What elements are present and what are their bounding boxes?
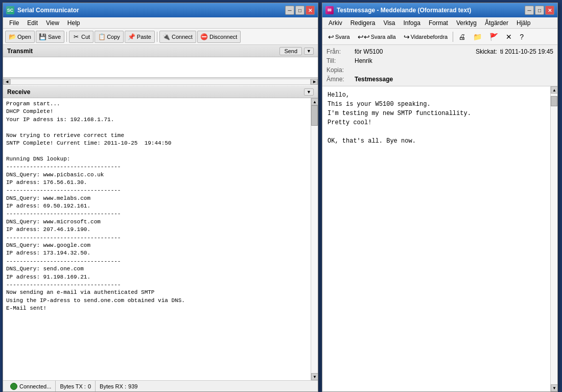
- till-label: Till:: [326, 57, 355, 64]
- email-maximize-btn[interactable]: □: [535, 6, 544, 15]
- cut-button[interactable]: ✂ Cut: [69, 31, 93, 43]
- email-close-btn[interactable]: ✕: [545, 6, 554, 15]
- email-menu-visa[interactable]: Visa: [379, 18, 399, 28]
- email-menu-format[interactable]: Format: [425, 18, 452, 28]
- serial-menu-file[interactable]: File: [5, 18, 23, 28]
- open-label: Open: [17, 34, 31, 40]
- status-connected-text: Connected...: [19, 383, 51, 389]
- receive-vscroll[interactable]: ▲ ▼: [311, 98, 318, 380]
- help-icon: ?: [520, 33, 524, 41]
- email-app-icon: ✉: [325, 6, 334, 14]
- send-button[interactable]: Send: [279, 47, 302, 55]
- delete-button[interactable]: ✕: [502, 30, 516, 43]
- serial-menu-help[interactable]: Help: [63, 18, 84, 28]
- save-label: Save: [48, 34, 61, 40]
- email-toolbar-sep: [453, 32, 453, 42]
- fran-value: för W5100: [355, 48, 383, 55]
- disconnect-icon: ⛔: [201, 33, 208, 40]
- email-minimize-btn[interactable]: ─: [525, 6, 534, 15]
- till-value: Henrik: [355, 57, 372, 64]
- receive-label: Receive: [7, 88, 30, 96]
- move-icon: 📁: [473, 33, 482, 41]
- disconnect-label: Disconnect: [209, 34, 237, 40]
- svara-icon: ↩: [328, 33, 334, 41]
- send-dropdown[interactable]: ▼: [304, 48, 314, 55]
- email-menu-bar: Arkiv Redigera Visa Infoga Format Verkty…: [322, 17, 557, 29]
- serial-menu-edit[interactable]: Edit: [23, 18, 42, 28]
- hscroll-right[interactable]: ▶: [311, 79, 318, 85]
- kopia-label: Kopia:: [326, 66, 355, 74]
- bytes-tx-value: 0: [88, 383, 91, 389]
- move-button[interactable]: 📁: [470, 30, 485, 43]
- email-title-bar: ✉ Testmessage - Meddelande (Oformaterad …: [322, 3, 557, 17]
- skickat-value: ti 2011-10-25 19:45: [500, 48, 553, 55]
- print-button[interactable]: 🖨: [455, 30, 469, 43]
- cut-icon: ✂: [73, 33, 80, 40]
- vidarebefordra-button[interactable]: ↪ Vidarebefordra: [400, 30, 452, 43]
- open-button[interactable]: 📂 Open: [5, 31, 35, 43]
- vscroll-up[interactable]: ▲: [311, 98, 318, 105]
- transmit-label: Transmit: [7, 48, 33, 55]
- bytes-rx-label: Bytes RX :: [100, 383, 126, 389]
- transmit-hscroll[interactable]: ◀ ▶: [3, 78, 318, 85]
- status-bytes-rx-segment: Bytes RX : 939: [96, 381, 142, 391]
- svara-alla-button[interactable]: ↩↩ Svara alla: [354, 30, 400, 43]
- email-menu-atgarder[interactable]: Åtgärder: [481, 18, 512, 28]
- help-button[interactable]: ?: [516, 30, 527, 43]
- email-amne-row: Ämne: Testmessage: [326, 75, 553, 84]
- vscroll-thumb: [311, 105, 318, 126]
- serial-title-bar: SC Serial Communicator ─ □ ✕: [3, 3, 318, 17]
- amne-label: Ämne:: [326, 76, 355, 83]
- serial-toolbar: 📂 Open 💾 Save ✂ Cut 📋 Copy 📌 Paste 🔌 Con…: [3, 29, 318, 45]
- hscroll-left[interactable]: ◀: [3, 79, 10, 85]
- disconnect-button[interactable]: ⛔ Disconnect: [197, 31, 241, 43]
- save-icon: 💾: [39, 33, 46, 40]
- email-vscroll-track[interactable]: [551, 94, 557, 384]
- email-menu-arkiv[interactable]: Arkiv: [324, 18, 346, 28]
- email-menu-hjalp[interactable]: Hjälp: [512, 18, 534, 28]
- serial-close-btn[interactable]: ✕: [306, 6, 315, 15]
- email-menu-redigera[interactable]: Redigera: [346, 18, 380, 28]
- delete-icon: ✕: [506, 33, 512, 41]
- email-vscroll[interactable]: ▲ ▼: [550, 86, 557, 391]
- email-menu-infoga[interactable]: Infoga: [400, 18, 425, 28]
- email-window-controls: ─ □ ✕: [525, 6, 554, 15]
- paste-button[interactable]: 📌 Paste: [125, 31, 155, 43]
- connect-icon: 🔌: [163, 33, 170, 40]
- email-vscroll-up[interactable]: ▲: [551, 86, 557, 94]
- svara-label: Svara: [335, 34, 350, 40]
- vscroll-down[interactable]: ▼: [311, 373, 318, 380]
- receive-content: Program start... DHCP Complete! Your IP …: [3, 98, 311, 380]
- receive-dropdown[interactable]: ▼: [304, 88, 314, 96]
- amne-value: Testmessage: [355, 76, 393, 83]
- email-vscroll-thumb: [551, 96, 557, 106]
- connect-button[interactable]: 🔌 Connect: [159, 31, 196, 43]
- email-title-text: Testmessage - Meddelande (Oformaterad te…: [337, 7, 525, 14]
- serial-minimize-btn[interactable]: ─: [285, 6, 294, 15]
- fran-label: Från:: [326, 48, 355, 55]
- serial-menu-view[interactable]: View: [42, 18, 63, 28]
- save-button[interactable]: 💾 Save: [36, 31, 64, 43]
- status-bytes-tx-segment: Bytes TX : 0: [56, 381, 96, 391]
- serial-maximize-btn[interactable]: □: [295, 6, 305, 15]
- vscroll-track[interactable]: [311, 105, 318, 373]
- paste-label: Paste: [137, 34, 151, 40]
- flag-icon: 🚩: [489, 33, 498, 41]
- svara-button[interactable]: ↩ Svara: [324, 30, 354, 43]
- email-body-container: Hello, This is your W5100 speaking. I'm …: [322, 86, 557, 391]
- transmit-input[interactable]: [3, 57, 318, 78]
- status-dot: [10, 383, 17, 390]
- print-icon: 🖨: [458, 33, 465, 41]
- email-till-row: Till: Henrik: [326, 56, 553, 65]
- serial-app-icon: SC: [6, 6, 14, 14]
- copy-button[interactable]: 📋 Copy: [95, 31, 124, 43]
- paste-icon: 📌: [128, 33, 135, 40]
- serial-window-controls: ─ □ ✕: [285, 6, 315, 15]
- vidarebefordra-icon: ↪: [404, 33, 410, 41]
- email-menu-verktyg[interactable]: Verktyg: [452, 18, 481, 28]
- email-vscroll-down[interactable]: ▼: [551, 384, 557, 391]
- vidarebefordra-label: Vidarebefordra: [411, 34, 448, 40]
- serial-menu-bar: File Edit View Help: [3, 17, 318, 29]
- flag-button[interactable]: 🚩: [486, 30, 502, 43]
- receive-area: Program start... DHCP Complete! Your IP …: [3, 98, 318, 380]
